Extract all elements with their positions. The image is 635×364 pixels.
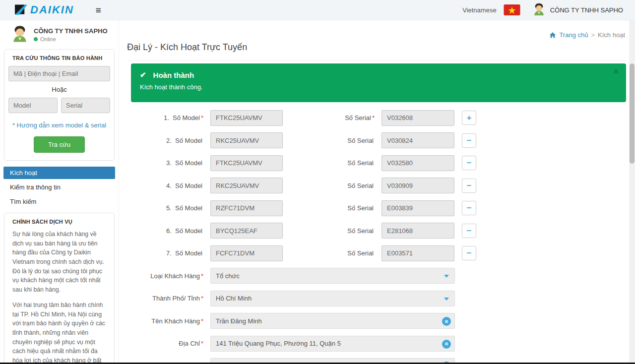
- row-action-button[interactable]: −: [462, 246, 476, 260]
- field-value: Trần Đăng Minh: [216, 317, 262, 325]
- menu-item-label: Kích hoạt: [10, 169, 37, 177]
- model-input[interactable]: [210, 178, 283, 193]
- home-icon: [549, 32, 556, 39]
- warranty-lookup-card: TRA CỨU THÔNG TIN BẢO HÀNH Hoặc * Hướng …: [4, 49, 115, 161]
- row-action-button[interactable]: −: [462, 179, 476, 193]
- lookup-code-input[interactable]: [8, 66, 110, 81]
- model-input[interactable]: [210, 200, 283, 216]
- serial-input[interactable]: [381, 155, 454, 171]
- row-action-button[interactable]: −: [462, 156, 476, 170]
- row-action-button[interactable]: −: [462, 224, 476, 238]
- field-control[interactable]: 141 Triệu Quang Phục, Phường 11, Quận 5: [210, 336, 455, 352]
- dropdown-caret-icon: [444, 275, 449, 278]
- policy-paragraph: Với hai trung tâm bảo hành chính tại TP.…: [12, 301, 106, 364]
- serial-label: Số Serial: [283, 137, 375, 144]
- dropdown-caret-icon: [444, 298, 449, 301]
- field-row: Loại Khách Hàng* Tổ chức: [119, 265, 629, 288]
- serial-label: Số Serial: [283, 249, 375, 257]
- serial-input[interactable]: [381, 245, 454, 261]
- breadcrumb-separator: >: [591, 31, 595, 39]
- field-label: Địa Chỉ*: [119, 340, 203, 347]
- sidebar-menu-item[interactable]: Kích hoạt: [3, 167, 115, 179]
- serial-input[interactable]: [381, 132, 454, 148]
- clear-input-icon[interactable]: [442, 317, 451, 326]
- service-policy-card: CHÍNH SÁCH DỊCH VỤ Sự hài lòng của khách…: [4, 213, 115, 364]
- model-label: 7. Số Model: [119, 249, 203, 257]
- field-row: Địa Chỉ* 141 Triệu Quang Phục, Phường 11…: [119, 332, 629, 355]
- model-label: 1. Số Model*: [119, 114, 203, 121]
- menu-toggle-icon[interactable]: ≡: [96, 5, 101, 15]
- field-label: Tên Khách Hàng*: [119, 317, 203, 325]
- device-row: 4. Số Model Số Serial −: [119, 175, 629, 197]
- serial-label: Số Serial: [283, 204, 375, 212]
- model-label: 6. Số Model: [119, 227, 203, 235]
- alert-title: Hoàn thành: [153, 71, 194, 79]
- field-value: Tổ chức: [216, 272, 240, 280]
- top-header: DAIKIN ≡ Vietnamese CÔNG TY TNHH SAPHO: [0, 0, 635, 20]
- breadcrumb-current: Kích hoạt: [598, 31, 625, 39]
- sidebar: CÔNG TY TNHH SAPHO Online TRA CỨU THÔNG …: [0, 20, 119, 364]
- vietnam-flag-icon[interactable]: [504, 4, 520, 15]
- model-input[interactable]: [210, 245, 283, 261]
- field-control[interactable]: Hồ Chí Minh: [210, 291, 455, 306]
- page-title: Đại Lý - Kích Hoạt Trực Tuyến: [127, 42, 247, 53]
- model-input[interactable]: [210, 155, 283, 171]
- serial-label: Số Serial: [283, 182, 375, 189]
- field-value: Hồ Chí Minh: [216, 295, 252, 302]
- device-row: 6. Số Model Số Serial −: [119, 220, 629, 243]
- policy-paragraph: Sự hài lòng của khách hàng về dịch vụ sa…: [12, 230, 106, 295]
- sidebar-menu-item[interactable]: Kiểm tra thông tin: [3, 181, 115, 193]
- row-action-button[interactable]: +: [462, 111, 476, 125]
- serial-input[interactable]: [381, 178, 454, 193]
- model-input[interactable]: [210, 110, 283, 126]
- model-label: 3. Số Model: [119, 159, 203, 167]
- user-avatar[interactable]: [532, 2, 546, 18]
- model-input[interactable]: [210, 223, 283, 239]
- sidebar-user-name: CÔNG TY TNHH SAPHO: [34, 27, 108, 35]
- model-input[interactable]: [210, 132, 283, 148]
- model-label: 5. Số Model: [119, 204, 203, 212]
- policy-card-title: CHÍNH SÁCH DỊCH VỤ: [12, 219, 110, 225]
- or-label: Hoặc: [8, 86, 110, 93]
- lookup-card-title: TRA CỨU THÔNG TIN BẢO HÀNH: [12, 55, 110, 61]
- lookup-model-input[interactable]: [8, 98, 58, 113]
- serial-input[interactable]: [381, 110, 454, 126]
- field-label: Thành Phố/ Tỉnh*: [119, 295, 203, 302]
- serial-input[interactable]: [381, 223, 454, 239]
- close-icon[interactable]: ✕: [613, 68, 619, 75]
- activation-form: 1. Số Model* Số Serial* + 2. Số Model Số…: [119, 107, 629, 364]
- device-row: 7. Số Model Số Serial −: [119, 242, 629, 265]
- check-icon: ✔: [140, 70, 146, 79]
- menu-item-label: Kiểm tra thông tin: [10, 183, 61, 191]
- field-control[interactable]: Trần Đăng Minh: [210, 313, 455, 329]
- main-content: Trang chủ > Kích hoạt Đại Lý - Kích Hoạt…: [119, 20, 629, 364]
- field-value: 141 Triệu Quang Phục, Phường 11, Quận 5: [216, 340, 341, 347]
- serial-label: Số Serial: [283, 227, 375, 235]
- model-serial-guide-link[interactable]: * Hướng dẫn xem model & serial: [8, 121, 110, 129]
- scrollbar[interactable]: [629, 20, 635, 364]
- scrollbar-thumb[interactable]: [630, 63, 635, 164]
- model-label: 4. Số Model: [119, 182, 203, 189]
- online-status-label: Online: [40, 36, 56, 42]
- field-row: Thành Phố/ Tỉnh* Hồ Chí Minh: [119, 287, 629, 310]
- menu-item-label: Tìm kiếm: [10, 198, 36, 205]
- lookup-serial-input[interactable]: [61, 98, 110, 113]
- sidebar-menu-item[interactable]: Tìm kiếm: [3, 195, 115, 208]
- online-status-icon: [34, 37, 38, 41]
- serial-input[interactable]: [381, 200, 454, 216]
- row-action-button[interactable]: −: [462, 201, 476, 215]
- daikin-logo[interactable]: DAIKIN: [15, 3, 74, 16]
- sidebar-user-panel: CÔNG TY TNHH SAPHO Online: [0, 20, 119, 48]
- clear-input-icon[interactable]: [442, 340, 451, 349]
- device-row: 5. Số Model Số Serial −: [119, 197, 629, 220]
- field-control[interactable]: Tổ chức: [210, 268, 455, 284]
- breadcrumb: Trang chủ > Kích hoạt: [549, 31, 625, 39]
- field-label: Loại Khách Hàng*: [119, 272, 203, 280]
- row-action-button[interactable]: −: [462, 133, 476, 148]
- header-user-name[interactable]: CÔNG TY TNHH SAPHO: [550, 6, 623, 14]
- breadcrumb-home-link[interactable]: Trang chủ: [559, 31, 588, 39]
- alert-message: Kích hoạt thành công.: [140, 83, 617, 91]
- daikin-logo-icon: [15, 4, 27, 16]
- lookup-search-button[interactable]: Tra cứu: [34, 136, 85, 153]
- language-label[interactable]: Vietnamese: [462, 6, 496, 14]
